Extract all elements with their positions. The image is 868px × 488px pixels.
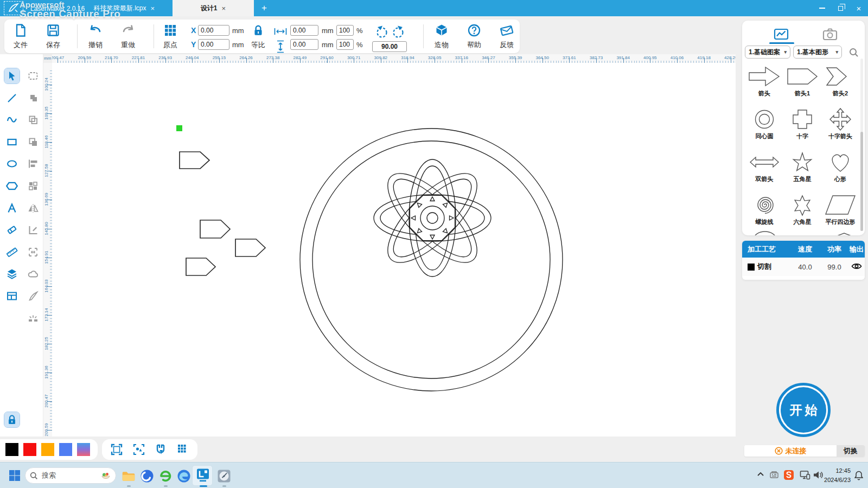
feedback-button[interactable]: 反馈	[492, 22, 522, 51]
minimize-button[interactable]	[813, 0, 831, 16]
close-button[interactable]: ×	[850, 0, 868, 16]
lasermaker-taskbar-tile[interactable]	[192, 465, 213, 486]
tab-close-icon[interactable]: ×	[222, 4, 226, 12]
table-tool[interactable]	[4, 288, 20, 304]
shape-item-peak-partial[interactable]	[828, 231, 860, 235]
mirror-tool[interactable]	[25, 201, 41, 216]
intersect-tool[interactable]	[25, 112, 41, 127]
rotate-angle-input[interactable]: 90.00	[372, 41, 407, 52]
shape-item-concentric-circles[interactable]: 同心圆	[745, 105, 783, 147]
volume-icon[interactable]	[813, 470, 824, 480]
align-tool[interactable]	[25, 156, 41, 171]
union-tool[interactable]	[25, 91, 41, 106]
arrow-shape-4[interactable]	[186, 258, 215, 275]
create-button[interactable]: 造物	[426, 22, 457, 51]
gallery-scrollbar-thumb[interactable]	[860, 132, 863, 231]
copilot-icon[interactable]	[140, 469, 154, 483]
capture-app-icon[interactable]	[217, 469, 231, 483]
browser-green-e-icon[interactable]	[158, 469, 173, 483]
ime-tool-icon[interactable]	[769, 470, 779, 480]
atom-design[interactable]	[374, 159, 491, 277]
height-input[interactable]: 0.00	[290, 39, 318, 50]
edge-browser-icon[interactable]	[177, 469, 191, 483]
layers-tool[interactable]	[4, 266, 20, 281]
subtract-tool[interactable]	[25, 134, 41, 150]
shape-item-parallelogram[interactable]: 平行四边形	[821, 190, 859, 233]
shape-item-star6[interactable]: 六角星	[783, 190, 821, 233]
undo-button[interactable]: 撤销	[80, 22, 111, 51]
switch-device-button[interactable]: 切换	[837, 445, 865, 457]
start-menu-button[interactable]	[9, 470, 21, 481]
restore-button[interactable]	[831, 0, 850, 16]
rotate-ccw-button[interactable]	[375, 25, 389, 39]
arrow-shape-1[interactable]	[180, 152, 209, 169]
arrow-shape-3[interactable]	[235, 239, 265, 256]
search-icon[interactable]	[849, 48, 859, 57]
save-button[interactable]: 保存	[38, 22, 68, 51]
shape-item-cross-arrows[interactable]: 十字箭头	[821, 105, 859, 147]
shape-item-cross[interactable]: 十字	[783, 105, 821, 147]
color-swatch-black[interactable]	[5, 443, 18, 456]
rectangle-tool[interactable]	[4, 134, 20, 150]
new-tab-button[interactable]: +	[258, 2, 270, 14]
ellipse-tool[interactable]	[4, 156, 20, 171]
tab-close-icon[interactable]: ×	[151, 4, 155, 12]
tab-document-2-active[interactable]: 设计1 ×	[173, 0, 254, 16]
output-toggle[interactable]	[848, 262, 865, 272]
arrange-tool[interactable]	[25, 178, 41, 194]
design-canvas[interactable]	[52, 63, 736, 436]
line-tool[interactable]	[4, 91, 20, 106]
search-input[interactable]: 搜索	[25, 467, 116, 484]
tab-document-1[interactable]: 科技奖牌最新.lcpx ×	[79, 0, 169, 16]
shape-item-arrow[interactable]: 箭头	[745, 62, 783, 105]
eraser-tool[interactable]	[4, 222, 20, 237]
polygon-tool[interactable]	[4, 178, 20, 194]
selection-handle[interactable]	[176, 125, 182, 131]
sogou-input-icon[interactable]	[783, 470, 794, 480]
measure-angle-tool[interactable]	[25, 222, 41, 237]
curve-tool[interactable]	[4, 112, 20, 127]
tab-patterns[interactable]	[769, 25, 793, 43]
redo-button[interactable]: 重做	[113, 22, 143, 51]
snap-magnet-button[interactable]	[154, 442, 168, 457]
color-swatch-gradient[interactable]	[77, 443, 90, 456]
ruler-tool[interactable]	[4, 245, 20, 260]
width-pct-input[interactable]: 100	[336, 25, 354, 36]
arrow-shape-2[interactable]	[200, 220, 230, 238]
center-align-tool[interactable]	[25, 245, 41, 260]
tray-chevron-up-icon[interactable]	[756, 470, 765, 479]
calligraphy-pen-tool[interactable]	[25, 288, 41, 304]
select-tool[interactable]	[4, 68, 20, 84]
width-input[interactable]: 0.00	[290, 25, 318, 36]
lock-canvas-button[interactable]	[4, 412, 20, 427]
color-swatch-red[interactable]	[23, 443, 36, 456]
rotate-cw-button[interactable]	[391, 25, 405, 39]
weld-tool[interactable]	[25, 266, 41, 281]
file-button[interactable]: 文件	[5, 22, 36, 51]
work-area-frame-button[interactable]	[110, 442, 124, 457]
process-table-row[interactable]: 切割 40.0 99.0	[742, 258, 865, 276]
marquee-select-tool[interactable]	[25, 68, 41, 84]
shape-item-arc-partial[interactable]	[750, 231, 782, 235]
clock[interactable]: 12:45 2024/6/23	[824, 466, 851, 484]
origin-button[interactable]: 原点	[155, 22, 186, 51]
fit-to-content-button[interactable]	[132, 442, 146, 457]
height-pct-input[interactable]: 100	[336, 39, 354, 50]
category-dropdown-2[interactable]: 1.基本图形 ▾	[793, 46, 842, 59]
help-button[interactable]: 帮助	[459, 22, 489, 51]
lock-ratio-button[interactable]: 等比	[243, 22, 273, 51]
start-button[interactable]: 开始	[776, 383, 831, 437]
tab-camera[interactable]	[818, 25, 842, 43]
shape-item-arrow1[interactable]: 箭头1	[783, 62, 821, 105]
x-input[interactable]: 0.00	[198, 25, 229, 36]
shape-item-double-arrow[interactable]: 双箭头	[745, 147, 783, 190]
grid-toggle-button[interactable]	[176, 442, 190, 457]
medal-outline[interactable]	[300, 129, 563, 391]
shape-item-arrow2[interactable]: 箭头2	[821, 62, 859, 105]
notifications-bell-icon[interactable]	[854, 470, 864, 480]
text-tool[interactable]	[4, 201, 20, 216]
shape-item-spiral[interactable]: 螺旋线	[745, 190, 783, 233]
shape-item-heart[interactable]: 心形	[821, 147, 859, 190]
color-swatch-blue[interactable]	[59, 443, 72, 456]
shape-item-star5[interactable]: 五角星	[783, 147, 821, 190]
